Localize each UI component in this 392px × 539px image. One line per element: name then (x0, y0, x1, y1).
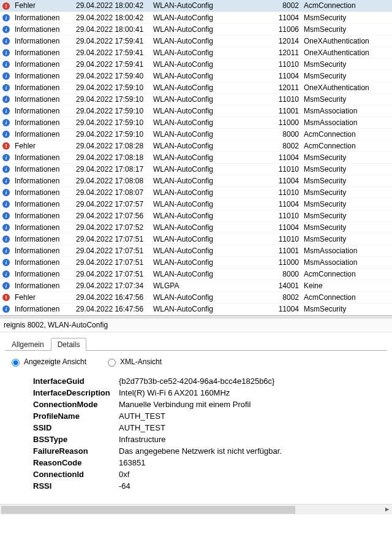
info-icon (2, 235, 10, 243)
level-cell: Informationen (12, 93, 74, 105)
eventid-cell: 11001 (271, 245, 301, 256)
radio-angezeigte-input[interactable] (12, 359, 20, 367)
detail-value: AUTH_TEST (119, 411, 165, 421)
table-row[interactable]: Informationen29.04.2022 17:59:10WLAN-Aut… (0, 82, 392, 93)
source-cell: WLAN-AutoConfig (151, 93, 271, 105)
date-cell: 29.04.2022 17:08:28 (74, 140, 151, 151)
table-row[interactable]: Informationen29.04.2022 17:07:34WLGPA140… (0, 280, 392, 291)
eventid-cell: 8000 (271, 268, 301, 280)
level-cell: Informationen (12, 221, 74, 233)
detail-key: InterfaceDescription (33, 388, 119, 397)
level-cell: Informationen (12, 175, 74, 186)
scroll-right-arrow-icon[interactable]: ▶ (382, 505, 392, 514)
level-cell: Informationen (12, 151, 74, 163)
table-row[interactable]: Informationen29.04.2022 17:59:41WLAN-Aut… (0, 47, 392, 58)
source-cell: WLAN-AutoConfig (151, 233, 271, 245)
level-cell: Informationen (12, 245, 74, 256)
info-icon (2, 49, 10, 56)
table-row[interactable]: Informationen29.04.2022 18:00:41WLAN-Aut… (0, 23, 392, 35)
detail-row: ConnectionId0xf (33, 468, 380, 480)
detail-value: Infrastructure (119, 435, 166, 444)
category-cell: MsmSecurity (301, 12, 392, 23)
table-row[interactable]: Informationen29.04.2022 17:07:56WLAN-Aut… (0, 210, 392, 221)
category-cell: MsmSecurity (301, 163, 392, 175)
tab-bar: Allgemein Details (5, 337, 387, 351)
table-row[interactable]: Informationen29.04.2022 18:00:42WLAN-Aut… (0, 12, 392, 23)
category-cell: AcmConnection (301, 268, 392, 280)
table-row[interactable]: Informationen29.04.2022 17:07:51WLAN-Aut… (0, 245, 392, 256)
level-cell: Informationen (12, 12, 74, 23)
detail-row: ConnectionModeManuelle Verbindung mit ei… (33, 399, 380, 410)
eventid-cell: 8002 (271, 291, 301, 303)
date-cell: 29.04.2022 17:07:34 (74, 280, 151, 291)
category-cell: MsmSecurity (301, 198, 392, 210)
category-cell: OneXAuthentication (301, 47, 392, 58)
table-row[interactable]: Informationen29.04.2022 17:59:10WLAN-Aut… (0, 117, 392, 128)
source-cell: WLAN-AutoConfig (151, 23, 271, 35)
radio-angezeigte-ansicht[interactable]: Angezeigte Ansicht (9, 357, 86, 367)
table-row[interactable]: Informationen29.04.2022 17:07:51WLAN-Aut… (0, 268, 392, 280)
level-cell: Informationen (12, 70, 74, 82)
category-cell: AcmConnection (301, 128, 392, 140)
error-icon (2, 294, 10, 301)
detail-key: FailureReason (33, 446, 119, 456)
detail-value: Das angegebene Netzwerk ist nicht verfüg… (119, 446, 282, 456)
date-cell: 29.04.2022 17:59:41 (74, 35, 151, 47)
eventid-cell: 11004 (271, 70, 301, 82)
level-cell: Fehler (12, 140, 74, 151)
level-cell: Informationen (12, 163, 74, 175)
table-row[interactable]: Informationen29.04.2022 16:47:56WLAN-Aut… (0, 303, 392, 315)
event-list[interactable]: Fehler29.04.2022 18:00:42WLAN-AutoConfig… (0, 0, 392, 315)
eventid-cell: 8002 (271, 140, 301, 151)
table-row[interactable]: Informationen29.04.2022 17:59:41WLAN-Aut… (0, 35, 392, 47)
radio-xml-ansicht[interactable]: XML-Ansicht (105, 357, 162, 367)
table-row[interactable]: Informationen29.04.2022 17:59:41WLAN-Aut… (0, 58, 392, 70)
level-cell: Informationen (12, 117, 74, 128)
info-icon (2, 177, 10, 185)
table-row[interactable]: Fehler29.04.2022 18:00:42WLAN-AutoConfig… (0, 0, 392, 12)
error-icon (2, 2, 10, 10)
detail-value: -64 (119, 481, 130, 491)
date-cell: 29.04.2022 17:07:51 (74, 245, 151, 256)
category-cell: MsmAssociation (301, 105, 392, 117)
source-cell: WLAN-AutoConfig (151, 70, 271, 82)
date-cell: 29.04.2022 16:47:56 (74, 291, 151, 303)
table-row[interactable]: Informationen29.04.2022 17:08:08WLAN-Aut… (0, 175, 392, 186)
table-row[interactable]: Informationen29.04.2022 17:59:10WLAN-Aut… (0, 105, 392, 117)
table-row[interactable]: Informationen29.04.2022 17:08:07WLAN-Aut… (0, 186, 392, 198)
eventid-cell: 11004 (271, 221, 301, 233)
eventid-cell: 12014 (271, 35, 301, 47)
source-cell: WLAN-AutoConfig (151, 128, 271, 140)
table-row[interactable]: Fehler29.04.2022 17:08:28WLAN-AutoConfig… (0, 140, 392, 151)
table-row[interactable]: Informationen29.04.2022 17:59:40WLAN-Aut… (0, 70, 392, 82)
table-row[interactable]: Informationen29.04.2022 17:59:10WLAN-Aut… (0, 93, 392, 105)
table-row[interactable]: Informationen29.04.2022 17:07:51WLAN-Aut… (0, 256, 392, 268)
date-cell: 29.04.2022 18:00:41 (74, 23, 151, 35)
level-cell: Informationen (12, 256, 74, 268)
table-row[interactable]: Informationen29.04.2022 17:59:10WLAN-Aut… (0, 128, 392, 140)
horizontal-scrollbar[interactable]: ▶ (0, 504, 392, 514)
date-cell: 29.04.2022 17:08:07 (74, 186, 151, 198)
table-row[interactable]: Informationen29.04.2022 17:08:18WLAN-Aut… (0, 151, 392, 163)
source-cell: WLAN-AutoConfig (151, 198, 271, 210)
table-row[interactable]: Informationen29.04.2022 17:07:52WLAN-Aut… (0, 221, 392, 233)
source-cell: WLAN-AutoConfig (151, 175, 271, 186)
detail-value: 0xf (119, 470, 129, 479)
radio-xml-input[interactable] (108, 359, 116, 367)
info-icon (2, 282, 10, 289)
table-row[interactable]: Informationen29.04.2022 17:07:57WLAN-Aut… (0, 198, 392, 210)
tab-details[interactable]: Details (51, 338, 87, 351)
level-cell: Fehler (12, 291, 74, 303)
level-cell: Informationen (12, 105, 74, 117)
tab-allgemein[interactable]: Allgemein (5, 338, 51, 351)
category-cell: OneXAuthentication (301, 35, 392, 47)
date-cell: 29.04.2022 17:08:08 (74, 175, 151, 186)
level-cell: Fehler (12, 0, 74, 12)
scroll-thumb[interactable] (1, 506, 295, 514)
table-row[interactable]: Fehler29.04.2022 16:47:56WLAN-AutoConfig… (0, 291, 392, 303)
detail-row: RSSI-64 (33, 480, 380, 492)
table-row[interactable]: Informationen29.04.2022 17:07:51WLAN-Aut… (0, 233, 392, 245)
info-icon (2, 107, 10, 115)
table-row[interactable]: Informationen29.04.2022 17:08:17WLAN-Aut… (0, 163, 392, 175)
detail-key: SSID (33, 423, 119, 432)
